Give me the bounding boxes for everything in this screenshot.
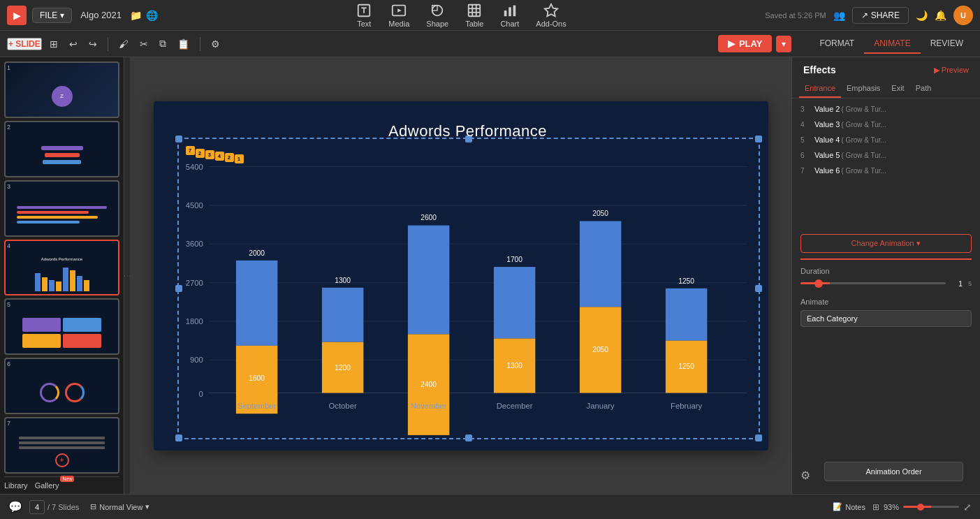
library-button[interactable]: Library — [4, 481, 28, 490]
zoom-slider[interactable] — [903, 506, 959, 508]
anim-badge-2a: 2 — [196, 149, 205, 158]
chat-icon[interactable]: 💬 — [8, 500, 22, 513]
cut-button[interactable]: ✂ — [136, 37, 152, 51]
effect-item-1[interactable]: 3 Value 2 ( Grow & Tur... — [792, 101, 980, 117]
bar-nov-yellow-label: 2400 — [420, 381, 437, 388]
effects-list: 3 Value 2 ( Grow & Tur... 4 Value 3 ( Gr… — [792, 98, 980, 228]
effect-item-5[interactable]: 7 Value 6 ( Grow & Tur... — [792, 163, 980, 178]
globe-icon[interactable]: 🌐 — [146, 10, 158, 21]
tab-entrance[interactable]: Entrance — [799, 80, 841, 98]
tab-animate[interactable]: ANIMATE — [864, 34, 920, 54]
play-button[interactable]: ▶ PLAY — [718, 35, 772, 52]
effect-item-2[interactable]: 4 Value 3 ( Grow & Tur... — [792, 117, 980, 132]
slide-thumb-5[interactable]: 5 — [4, 298, 119, 355]
bar-feb-blue-label: 1250 — [678, 277, 694, 284]
slide-panel: 1 Z 2 3 — [0, 57, 124, 494]
tab-format[interactable]: FORMAT — [810, 34, 864, 54]
effects-header: Effects ▶ Preview — [792, 57, 980, 80]
x-label-dec: December — [496, 402, 532, 410]
x-label-jan: January — [586, 402, 614, 410]
anim-badge-3a: 3 — [205, 150, 214, 159]
chart-icon-toolbar — [502, 3, 518, 18]
chart-label: Chart — [500, 20, 519, 28]
title-icons: 📁 🌐 — [130, 10, 158, 21]
selection-handle-mr — [755, 285, 762, 292]
media-label: Media — [388, 20, 409, 28]
paste-button[interactable]: 📋 — [174, 37, 193, 51]
text-icon — [356, 3, 372, 18]
slide-thumb-6[interactable]: 6 — [4, 358, 119, 414]
bottom-right: 📝 Notes ⊞ 93% ⤢ — [833, 502, 972, 513]
folder-icon[interactable]: 📁 — [130, 10, 142, 21]
redo-button[interactable]: ↪ — [85, 37, 101, 51]
tab-path[interactable]: Path — [910, 80, 937, 98]
effect-item-4[interactable]: 6 Value 5 ( Grow & Tur... — [792, 147, 980, 163]
toolbar-addons[interactable]: Add-Ons — [536, 3, 566, 28]
tab-emphasis[interactable]: Emphasis — [841, 80, 886, 98]
addons-label: Add-Ons — [536, 20, 566, 28]
canvas-area[interactable]: 7 2 3 4 2 1 Adwords Performance 5400 450… — [130, 57, 791, 494]
view-mode-select[interactable]: ⊟ Normal View ▾ — [90, 502, 149, 511]
animation-order-button[interactable]: Animation Order — [824, 462, 963, 481]
anim-badge-4a: 4 — [215, 152, 224, 161]
file-menu-button[interactable]: FILE ▾ — [32, 8, 72, 23]
y-label-5400: 5400 — [185, 162, 203, 170]
paint-button[interactable]: 🖌 — [115, 37, 132, 51]
bar-sep-blue-label: 2000 — [249, 249, 265, 256]
tab-review[interactable]: REVIEW — [921, 34, 973, 54]
addons-icon — [543, 3, 559, 18]
slide-num-7: 7 — [7, 420, 10, 427]
play-dropdown-button[interactable]: ▾ — [776, 36, 791, 52]
slide-canvas[interactable]: 7 2 3 4 2 1 Adwords Performance 5400 450… — [154, 101, 768, 451]
copy-button[interactable]: ⧉ — [156, 36, 170, 51]
notifications-icon[interactable]: 🔔 — [935, 10, 946, 21]
bar-feb-blue — [665, 288, 706, 340]
add-slide-button[interactable]: + SLIDE — [7, 38, 42, 50]
theme-toggle-icon[interactable]: 🌙 — [916, 10, 928, 21]
thumb5-content — [22, 318, 101, 348]
y-label-900: 900 — [189, 356, 203, 364]
toolbar-shape[interactable]: Shape — [426, 3, 448, 28]
panel-resizer[interactable]: ⋮ — [124, 57, 130, 494]
page-number-input[interactable] — [29, 500, 45, 514]
user-avatar[interactable]: U — [953, 6, 973, 25]
slide-thumb-2[interactable]: 2 — [4, 121, 119, 177]
settings-icon-right[interactable]: ⚙ — [800, 469, 810, 482]
preview-button[interactable]: ▶ Preview — [934, 66, 969, 75]
slide-thumb-1[interactable]: 1 Z — [4, 61, 119, 118]
share-button[interactable]: ↗ SHARE — [852, 7, 909, 24]
undo-button[interactable]: ↩ — [66, 37, 81, 51]
thumb2-bar1 — [41, 146, 83, 150]
settings-icon-button[interactable]: ⚙ — [207, 37, 224, 51]
effect-item-3[interactable]: 5 Value 4 ( Grow & Tur... — [792, 132, 980, 147]
effect-name-3: Value 4 — [814, 136, 840, 144]
shape-label: Shape — [426, 20, 448, 28]
notes-button[interactable]: 📝 Notes — [833, 502, 865, 511]
fit-to-screen-icon[interactable]: ⤢ — [963, 502, 972, 513]
slide-thumb-4[interactable]: 4 Adwords Performance — [4, 240, 119, 296]
gallery-button[interactable]: Gallery New — [35, 481, 59, 490]
toolbar-chart[interactable]: Chart — [500, 3, 519, 28]
duration-row: 1 s — [800, 279, 972, 288]
slide-thumb-3[interactable]: 3 — [4, 180, 119, 237]
bar-dec-blue-label: 1700 — [506, 255, 522, 263]
toolbar-text[interactable]: Text — [356, 3, 372, 28]
toggle-panel-button[interactable]: ⊞ — [46, 37, 61, 51]
change-animation-button[interactable]: Change Animation ▾ — [800, 234, 972, 253]
duration-value: 1 — [951, 279, 963, 288]
toolbar-table[interactable]: Table — [465, 3, 483, 28]
x-label-sep: September — [237, 402, 276, 410]
top-bar: ▶ FILE ▾ Algo 2021 📁 🌐 Text Media Shape … — [0, 0, 980, 31]
toolbar-media[interactable]: Media — [388, 3, 409, 28]
effect-num-5: 7 — [800, 167, 812, 175]
animate-select[interactable]: Each Category All At Once By Series — [800, 310, 972, 327]
bar-jan-yellow-label: 2050 — [592, 346, 608, 353]
duration-slider[interactable] — [800, 282, 946, 284]
view-mode-label: Normal View — [99, 503, 142, 511]
people-icon[interactable]: 👥 — [833, 10, 845, 21]
duration-section: Duration 1 s — [792, 260, 980, 292]
tab-exit[interactable]: Exit — [886, 80, 909, 98]
thumb4-title: Adwords Performance — [41, 257, 82, 261]
thumb2-bar3 — [43, 160, 81, 164]
slide-thumb-7[interactable]: 7 + — [4, 417, 119, 474]
